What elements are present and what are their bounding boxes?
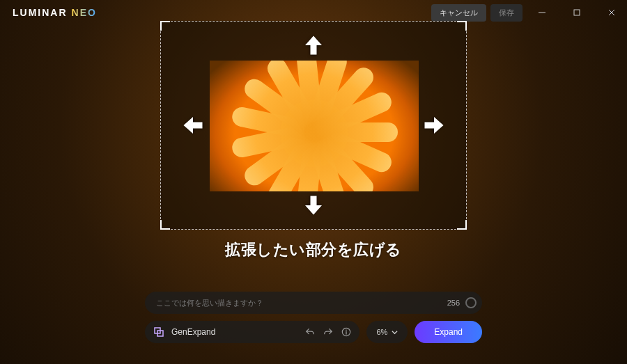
prompt-input[interactable] (156, 299, 447, 307)
expand-arrow-up[interactable] (301, 33, 326, 58)
brand-word-1: LUMINAR (13, 7, 68, 18)
crop-handle-tr[interactable] (457, 21, 467, 31)
history-controls (305, 327, 351, 337)
char-ring-icon (465, 297, 477, 308)
prompt-row: 256 (145, 292, 482, 314)
source-image (210, 61, 419, 191)
crop-handle-br[interactable] (457, 220, 467, 230)
expand-arrow-right[interactable] (421, 113, 447, 138)
maximize-icon (573, 9, 580, 16)
redo-button[interactable] (323, 327, 333, 337)
minimize-icon (539, 9, 545, 16)
char-counter: 256 (447, 299, 460, 307)
zoom-value: 6% (376, 328, 387, 336)
app-brand: LUMINAR NEO (13, 7, 97, 18)
svg-rect-0 (574, 10, 580, 15)
undo-button[interactable] (305, 327, 315, 337)
expand-button[interactable]: Expand (415, 321, 482, 343)
crop-handle-tl[interactable] (160, 21, 170, 31)
svg-point-4 (346, 330, 348, 331)
tool-name: GenExpand (171, 327, 298, 337)
window-minimize-button[interactable] (527, 0, 557, 25)
expand-arrow-left[interactable] (180, 113, 206, 138)
instruction-text: 拡張したい部分を広げる (0, 239, 627, 260)
cancel-button[interactable]: キャンセル (431, 4, 486, 22)
expand-canvas[interactable] (160, 21, 467, 230)
crop-frame[interactable] (160, 21, 467, 230)
crop-handle-bl[interactable] (160, 220, 170, 230)
tool-chip: GenExpand (145, 321, 359, 343)
close-icon (608, 9, 615, 16)
expand-arrow-down[interactable] (301, 193, 326, 218)
window-close-button[interactable] (596, 0, 627, 25)
save-button[interactable]: 保存 (490, 4, 522, 22)
genexpand-icon (153, 326, 164, 338)
zoom-dropdown[interactable]: 6% (366, 321, 408, 343)
window-maximize-button[interactable] (562, 0, 592, 25)
brand-word-2: NEO (72, 7, 97, 18)
bottom-controls: 256 GenExpand 6% Expand (145, 292, 482, 343)
chevron-down-icon (392, 329, 398, 335)
tool-row: GenExpand 6% Expand (145, 321, 482, 343)
info-button[interactable] (341, 327, 351, 337)
